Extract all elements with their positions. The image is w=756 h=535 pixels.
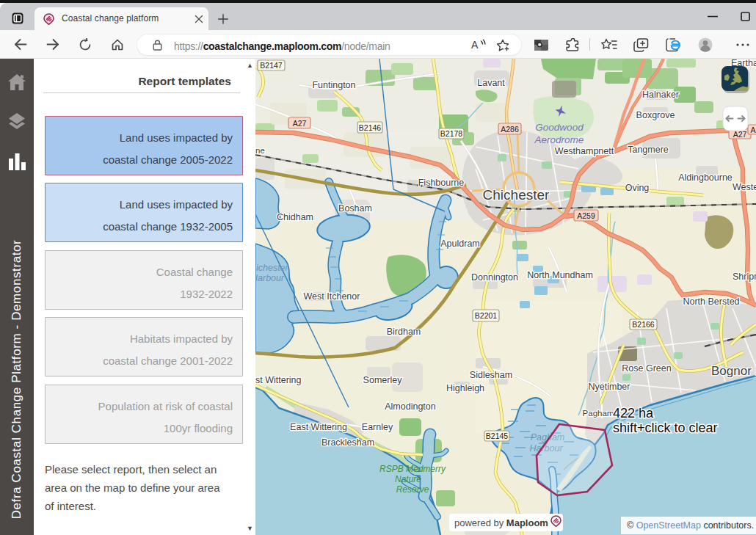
svg-text:B2145: B2145 — [486, 432, 509, 440]
svg-text:Oving: Oving — [625, 183, 650, 193]
svg-text:Apuldram: Apuldram — [440, 239, 480, 249]
svg-text:422 ha: 422 ha — [613, 406, 654, 421]
svg-text:© OpenStreetMap contributors.: © OpenStreetMap contributors. — [627, 520, 754, 531]
svg-text:Sidlesham: Sidlesham — [470, 370, 512, 380]
svg-text:B2166: B2166 — [632, 320, 655, 329]
svg-text:Lavant: Lavant — [477, 78, 505, 88]
svg-text:Aldingbourne: Aldingbourne — [678, 172, 733, 183]
svg-text:B2178: B2178 — [440, 129, 463, 138]
svg-text:st Wittering: st Wittering — [255, 375, 302, 385]
svg-text:Boxgrove: Boxgrove — [636, 110, 675, 120]
svg-text:hichester: hichester — [255, 263, 289, 273]
svg-text:Fishbourne: Fishbourne — [418, 178, 465, 188]
svg-text:RSPB Medmerry: RSPB Medmerry — [379, 464, 446, 474]
svg-text:Shripney: Shripney — [733, 272, 756, 282]
svg-text:Rose Green: Rose Green — [622, 363, 671, 374]
svg-text:North Mundham: North Mundham — [527, 270, 593, 280]
svg-text:Halnaker: Halnaker — [642, 90, 679, 100]
svg-text:A2: A2 — [751, 125, 756, 134]
svg-text:Nyetimber: Nyetimber — [589, 382, 630, 392]
svg-text:Highleigh: Highleigh — [446, 383, 484, 393]
svg-text:powered by Maploom: powered by Maploom — [454, 517, 548, 528]
svg-text:B2146: B2146 — [359, 123, 382, 132]
svg-text:A27: A27 — [293, 119, 307, 128]
svg-text:Harbour: Harbour — [255, 273, 285, 283]
svg-text:Almodington: Almodington — [385, 401, 436, 412]
svg-text:Goodwood: Goodwood — [535, 122, 584, 133]
svg-text:shift+click to clear: shift+click to clear — [613, 421, 718, 435]
svg-text:North Bersted: North Bersted — [683, 296, 739, 307]
svg-text:B2147: B2147 — [260, 61, 283, 70]
svg-text:Bracklesham: Bracklesham — [321, 437, 374, 448]
svg-text:A: A — [471, 39, 479, 51]
svg-text:B2201: B2201 — [475, 311, 498, 320]
svg-text:West Itchenor: West Itchenor — [304, 291, 360, 302]
svg-text:A259: A259 — [577, 211, 595, 220]
svg-text:Westerg: Westerg — [733, 182, 756, 192]
svg-text:Aerodrome: Aerodrome — [534, 134, 584, 145]
svg-text:Funtington: Funtington — [312, 80, 355, 90]
svg-text:Somerley: Somerley — [363, 375, 403, 385]
svg-text:Earnley: Earnley — [362, 422, 393, 432]
svg-text:East Wittering: East Wittering — [290, 422, 347, 432]
svg-text:Chichester: Chichester — [483, 187, 550, 203]
svg-text:Chidham: Chidham — [277, 212, 313, 222]
svg-text:Nature: Nature — [395, 474, 421, 484]
svg-text:Bosham: Bosham — [338, 203, 372, 214]
svg-text:Birdham: Birdham — [387, 327, 421, 337]
svg-text:Reserve: Reserve — [396, 484, 429, 495]
svg-text:ne: ne — [255, 146, 265, 155]
svg-text:Bognor Regis: Bognor Regis — [711, 364, 756, 378]
svg-text:Donnington: Donnington — [471, 272, 518, 283]
svg-text:Tangmere: Tangmere — [628, 145, 669, 155]
svg-text:Pagham: Pagham — [583, 409, 614, 418]
svg-text:A286: A286 — [501, 125, 519, 134]
svg-text:Westhampnett: Westhampnett — [555, 146, 614, 156]
